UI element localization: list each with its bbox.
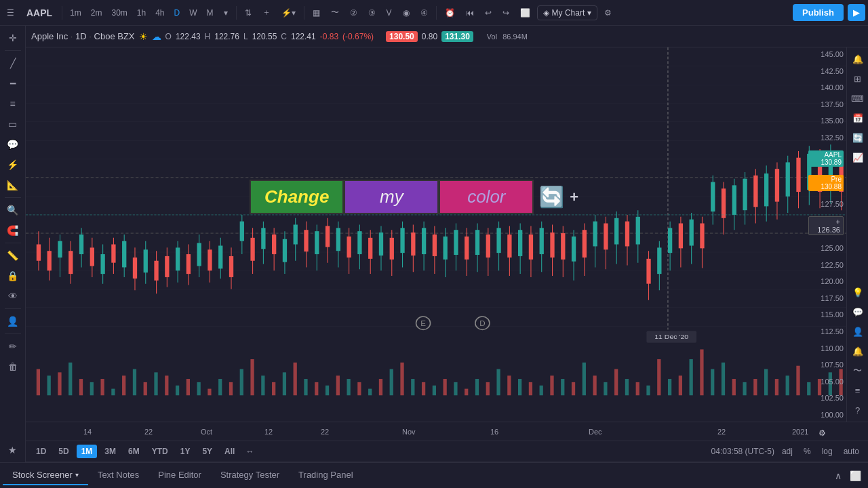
price-btn[interactable]: ◉: [399, 5, 414, 20]
right-chat-btn[interactable]: 💬: [848, 303, 867, 321]
my-chart-button[interactable]: ◈ My Chart ▾: [537, 5, 598, 20]
tab-text-notes[interactable]: Text Notes: [88, 466, 149, 485]
redo-btn[interactable]: ↪: [498, 5, 513, 20]
eye-tool[interactable]: 👁: [2, 287, 24, 306]
pattern-tool[interactable]: ⚡: [2, 155, 24, 174]
right-grid-btn[interactable]: ⊞: [848, 70, 867, 87]
log-btn[interactable]: log: [818, 445, 836, 458]
range-5d[interactable]: 5D: [54, 445, 73, 458]
svg-rect-195: [561, 233, 565, 260]
fullscreen-btn[interactable]: ⬜: [516, 5, 534, 20]
svg-rect-247: [839, 158, 843, 192]
range-1d[interactable]: 1D: [31, 445, 51, 458]
svg-rect-24: [79, 379, 83, 395]
tf-d[interactable]: D: [171, 6, 184, 20]
range-6m[interactable]: 6M: [123, 445, 144, 458]
eraser-tool[interactable]: ✏: [2, 337, 24, 356]
play-button[interactable]: ▶: [848, 4, 865, 21]
undo-btn[interactable]: ↩: [481, 5, 496, 20]
svg-rect-135: [240, 222, 244, 241]
svg-rect-26: [100, 379, 104, 395]
sidebar-divider-3: [5, 243, 21, 243]
replay-back[interactable]: ⏮: [462, 5, 478, 20]
alert-num-2[interactable]: ②: [346, 5, 361, 20]
strategy-btn[interactable]: 〜: [327, 4, 343, 21]
add-indicator[interactable]: ＋: [258, 4, 275, 21]
auto-btn[interactable]: auto: [840, 445, 863, 458]
right-layers-btn[interactable]: ≡: [848, 382, 867, 399]
measure-tool[interactable]: 📐: [2, 176, 24, 195]
right-question-btn[interactable]: ?: [848, 401, 867, 419]
date-nov: Nov: [402, 428, 416, 436]
compare-button[interactable]: ⇅: [241, 5, 256, 20]
right-person-btn[interactable]: 👤: [848, 323, 867, 340]
range-3m[interactable]: 3M: [100, 445, 121, 458]
right-chart2-btn[interactable]: 📈: [848, 148, 867, 166]
right-lightbulb-btn[interactable]: 💡: [848, 283, 867, 301]
tabs-collapse-btn[interactable]: ∧: [831, 468, 846, 484]
adj-btn[interactable]: adj: [778, 445, 796, 458]
settings-btn[interactable]: ⚙: [600, 5, 616, 20]
trash-tool[interactable]: 🗑: [2, 357, 24, 376]
range-5y[interactable]: 5Y: [197, 445, 217, 458]
shape-tool[interactable]: ▭: [2, 115, 24, 134]
right-alert-btn[interactable]: 🔔: [848, 50, 867, 68]
svg-rect-163: [390, 238, 394, 260]
menu-button[interactable]: ☰: [3, 5, 18, 20]
range-all[interactable]: All: [220, 445, 239, 458]
indicator-templates[interactable]: ⚡▾: [277, 5, 300, 20]
tab-stock-screener[interactable]: Stock Screener ▾: [3, 466, 88, 485]
right-refresh-btn[interactable]: 🔄: [848, 129, 867, 146]
tab-strategy-tester[interactable]: Strategy Tester: [211, 466, 289, 485]
right-wave-btn[interactable]: 〜: [848, 362, 867, 380]
tf-m[interactable]: M: [203, 6, 217, 20]
bar-chart-type[interactable]: ▦: [309, 5, 324, 20]
svg-rect-44: [294, 363, 297, 395]
range-1y[interactable]: 1Y: [176, 445, 195, 458]
tf-1m[interactable]: 1m: [66, 6, 85, 20]
zoom-tool[interactable]: 🔍: [2, 201, 24, 220]
person-tool[interactable]: 👤: [2, 312, 24, 331]
tf-w[interactable]: W: [186, 6, 200, 20]
annotation-tool[interactable]: 💬: [2, 135, 24, 154]
right-calendar-btn[interactable]: 📅: [848, 109, 867, 127]
close-label: C: [281, 32, 287, 41]
line-tool[interactable]: ╱: [2, 54, 24, 73]
range-ytd[interactable]: YTD: [147, 445, 173, 458]
tf-dropdown[interactable]: ▾: [220, 5, 232, 20]
publish-button[interactable]: Publish: [793, 4, 844, 21]
channel-tool[interactable]: ≡: [2, 94, 24, 113]
favorites-star[interactable]: ★: [2, 441, 24, 460]
tf-30m[interactable]: 30m: [108, 6, 130, 20]
svg-rect-207: [625, 222, 629, 247]
svg-rect-86: [743, 382, 746, 395]
svg-rect-88: [764, 369, 768, 396]
tab-pine-editor[interactable]: Pine Editor: [149, 466, 211, 485]
svg-rect-175: [454, 230, 458, 255]
pct-btn[interactable]: %: [800, 445, 814, 458]
range-custom-btn[interactable]: ↔: [242, 445, 257, 458]
svg-rect-173: [443, 237, 448, 260]
lock-tool[interactable]: 🔒: [2, 266, 24, 285]
svg-rect-143: [283, 239, 287, 262]
crosshair-tool[interactable]: ✛: [2, 28, 24, 47]
horizontal-line[interactable]: ━: [2, 74, 24, 93]
right-kb-btn[interactable]: ⌨: [848, 89, 867, 107]
svg-rect-111: [111, 245, 115, 263]
num-4[interactable]: ④: [416, 5, 432, 20]
alert-num-3[interactable]: ③: [364, 5, 380, 20]
chart-svg-area[interactable]: E D 11 Dec '20 Change my color 🔄: [26, 47, 846, 422]
magnet-tool[interactable]: 🧲: [2, 221, 24, 240]
tf-1h[interactable]: 1h: [134, 6, 149, 20]
right-bell2-btn[interactable]: 🔔: [848, 342, 867, 360]
tf-2m[interactable]: 2m: [87, 6, 106, 20]
range-1m[interactable]: 1M: [77, 445, 98, 458]
tab-trading-panel[interactable]: Trading Panel: [289, 466, 362, 485]
ruler-tool[interactable]: 📏: [2, 246, 24, 265]
alert-btn[interactable]: ⏰: [441, 5, 459, 20]
tabs-maximize-btn[interactable]: ⬜: [846, 468, 865, 484]
svg-rect-35: [197, 382, 201, 395]
date-settings-icon[interactable]: ⚙: [818, 428, 826, 438]
tf-4h[interactable]: 4h: [152, 6, 167, 20]
vol-btn[interactable]: V: [382, 5, 396, 20]
